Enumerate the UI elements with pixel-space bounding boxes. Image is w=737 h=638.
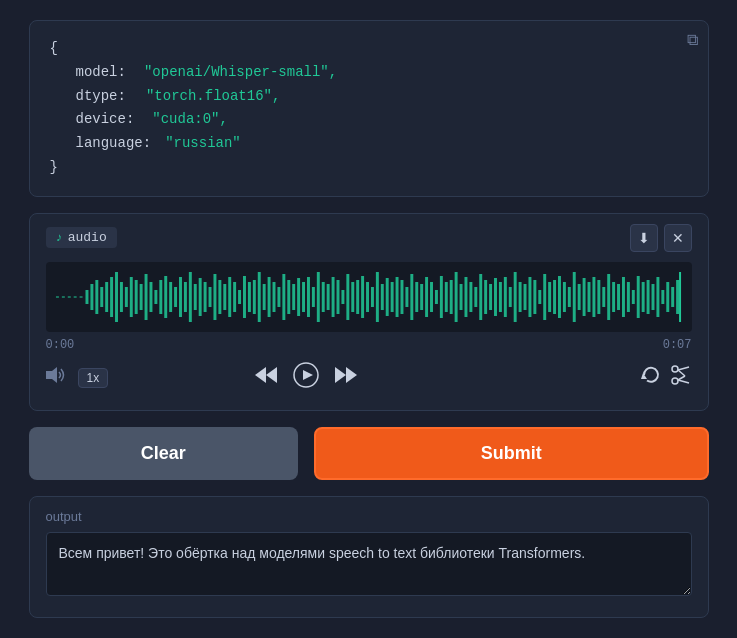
svg-rect-19 xyxy=(174,287,177,307)
svg-rect-33 xyxy=(243,276,246,318)
svg-rect-6 xyxy=(110,277,113,317)
code-value-dtype: "torch.float16", xyxy=(146,85,280,109)
waveform[interactable] xyxy=(46,262,692,332)
svg-rect-93 xyxy=(538,290,541,304)
reset-button[interactable] xyxy=(641,365,661,390)
forward-icon xyxy=(335,366,357,384)
svg-rect-48 xyxy=(316,272,319,322)
svg-rect-15 xyxy=(154,290,157,304)
audio-tab-label: audio xyxy=(68,230,107,245)
svg-rect-100 xyxy=(572,272,575,322)
code-key-language: language: xyxy=(76,132,152,156)
speed-badge[interactable]: 1x xyxy=(78,368,109,388)
svg-rect-64 xyxy=(395,277,398,317)
svg-rect-80 xyxy=(474,287,477,307)
svg-rect-74 xyxy=(444,282,447,312)
svg-rect-92 xyxy=(533,280,536,314)
clear-button[interactable]: Clear xyxy=(29,427,299,480)
svg-rect-105 xyxy=(597,280,600,314)
svg-rect-109 xyxy=(617,284,620,310)
svg-rect-118 xyxy=(661,290,664,304)
svg-rect-37 xyxy=(262,284,265,310)
svg-rect-89 xyxy=(518,282,521,312)
svg-rect-88 xyxy=(513,272,516,322)
svg-rect-111 xyxy=(626,282,629,312)
code-brace-open: { xyxy=(50,37,58,61)
controls-row: 1x xyxy=(46,362,692,394)
svg-rect-11 xyxy=(134,280,137,314)
svg-rect-86 xyxy=(503,277,506,317)
svg-rect-16 xyxy=(159,280,162,314)
play-button[interactable] xyxy=(293,362,319,394)
output-label: output xyxy=(46,509,692,524)
svg-rect-121 xyxy=(676,280,679,314)
svg-rect-27 xyxy=(213,274,216,320)
svg-rect-72 xyxy=(434,290,437,304)
svg-rect-79 xyxy=(469,282,472,312)
svg-marker-129 xyxy=(346,367,357,383)
svg-rect-103 xyxy=(587,282,590,312)
svg-rect-29 xyxy=(223,284,226,310)
svg-rect-31 xyxy=(233,282,236,312)
svg-rect-18 xyxy=(169,282,172,312)
svg-rect-35 xyxy=(252,280,255,314)
svg-rect-95 xyxy=(548,282,551,312)
copy-button[interactable]: ⧉ xyxy=(687,31,698,49)
svg-rect-107 xyxy=(607,274,610,320)
close-audio-button[interactable]: ✕ xyxy=(664,224,692,252)
svg-rect-34 xyxy=(247,282,250,312)
svg-rect-44 xyxy=(297,278,300,316)
svg-marker-127 xyxy=(303,370,313,380)
svg-rect-112 xyxy=(631,290,634,304)
rewind-button[interactable] xyxy=(255,366,277,389)
svg-rect-12 xyxy=(139,284,142,310)
svg-rect-46 xyxy=(306,277,309,317)
code-key-dtype: dtype: xyxy=(76,85,126,109)
svg-rect-3 xyxy=(95,280,98,314)
time-end: 0:07 xyxy=(663,338,692,352)
svg-rect-8 xyxy=(119,282,122,312)
svg-rect-57 xyxy=(361,276,364,318)
output-panel: output xyxy=(29,496,709,618)
music-icon: ♪ xyxy=(56,231,63,245)
svg-rect-42 xyxy=(287,280,290,314)
svg-rect-45 xyxy=(302,282,305,312)
svg-line-135 xyxy=(678,370,685,376)
svg-rect-70 xyxy=(425,277,428,317)
svg-rect-85 xyxy=(498,282,501,312)
playback-controls xyxy=(255,362,357,394)
svg-rect-23 xyxy=(193,284,196,310)
output-textarea[interactable] xyxy=(46,532,692,596)
submit-button[interactable]: Submit xyxy=(314,427,708,480)
svg-marker-128 xyxy=(335,367,346,383)
svg-rect-82 xyxy=(484,280,487,314)
svg-rect-75 xyxy=(449,280,452,314)
svg-rect-94 xyxy=(543,274,546,320)
svg-rect-101 xyxy=(577,284,580,310)
svg-rect-98 xyxy=(562,282,565,312)
svg-rect-110 xyxy=(621,277,624,317)
svg-rect-66 xyxy=(405,287,408,307)
svg-rect-58 xyxy=(366,282,369,312)
right-controls xyxy=(641,365,691,390)
volume-button[interactable] xyxy=(46,366,68,389)
code-value-device: "cuda:0", xyxy=(152,108,228,132)
action-row: Clear Submit xyxy=(29,427,709,480)
svg-rect-116 xyxy=(651,284,654,310)
download-button[interactable]: ⬇ xyxy=(630,224,658,252)
svg-rect-39 xyxy=(272,282,275,312)
svg-rect-41 xyxy=(282,274,285,320)
waveform-svg xyxy=(54,262,684,332)
cut-button[interactable] xyxy=(671,365,691,390)
svg-rect-81 xyxy=(479,274,482,320)
code-key-device: device: xyxy=(76,108,135,132)
svg-rect-90 xyxy=(523,284,526,310)
svg-rect-43 xyxy=(292,284,295,310)
svg-rect-108 xyxy=(612,282,615,312)
code-value-language: "russian" xyxy=(165,132,241,156)
svg-rect-96 xyxy=(553,280,556,314)
forward-button[interactable] xyxy=(335,366,357,389)
svg-rect-113 xyxy=(636,276,639,318)
svg-rect-9 xyxy=(124,287,127,307)
svg-rect-68 xyxy=(415,282,418,312)
